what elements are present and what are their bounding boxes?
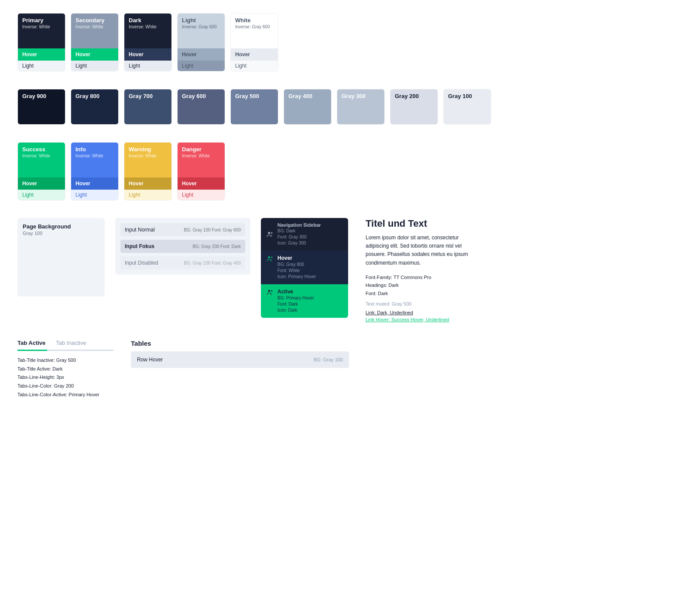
typography-link[interactable]: Link: Dark, Underlined: [366, 310, 681, 315]
typography-meta: Font-Family: TT Commons Pro Headings: Da…: [366, 273, 681, 298]
swatch-name: Dark: [129, 17, 167, 24]
svg-point-1: [271, 232, 273, 234]
tabs-card: Tab Active Tab Inactive Tab-Title Inacti…: [17, 340, 113, 399]
tabs-header: Tab Active Tab Inactive: [17, 340, 113, 351]
svg-point-2: [268, 256, 270, 259]
typography-title: Titel und Text: [366, 218, 681, 229]
swatch-card-gray-600: Gray 600: [177, 89, 225, 125]
svg-point-5: [271, 290, 273, 292]
svg-point-0: [268, 232, 270, 234]
swatch-hover: Hover: [71, 177, 118, 190]
tabs-info: Tab-Title Inactive: Gray 500Tab-Title Ac…: [17, 356, 113, 399]
swatch-name: Secondary: [75, 17, 114, 24]
swatch-inverse: Inverse: White: [182, 153, 220, 158]
swatch-card-gray-700: Gray 700: [124, 89, 172, 125]
input-meta: BG: Gray 100 Font: Gray 400: [184, 261, 241, 265]
tabs-tables-row: Tab Active Tab Inactive Tab-Title Inacti…: [17, 340, 681, 399]
swatch-hover: Hover: [178, 177, 225, 190]
nav-header: Navigation Sidebar BG: DarkFont: Gray 30…: [261, 218, 348, 251]
input-label: Input Fokus: [125, 243, 154, 249]
swatch-name: Gray 500: [235, 93, 274, 99]
swatch-name: Warning: [129, 146, 167, 153]
typography-link-hover[interactable]: Link Hover: Success Hover, Underlined: [366, 317, 681, 322]
swatch-inverse: Inverse: Gray 600: [182, 24, 220, 29]
swatch-inverse: Inverse: White: [129, 24, 167, 29]
swatch-card-secondary: Secondary Inverse: White Hover Light: [71, 13, 119, 71]
swatch-name: Gray 100: [448, 93, 486, 99]
nav-sub: BG: DarkFont: Gray 300Icon: Gray 300: [277, 228, 321, 246]
tab-inactive[interactable]: Tab Inactive: [56, 340, 88, 351]
swatch-card-warning: Warning Inverse: White Hover Light: [124, 142, 172, 201]
svg-point-4: [268, 290, 270, 292]
tab-active[interactable]: Tab Active: [17, 340, 47, 351]
tabs-info-line: Tabs-Line-Height: 3px: [17, 373, 113, 382]
swatch-hover: Hover: [231, 48, 278, 61]
swatch-light: Light: [71, 190, 118, 200]
swatch-light: Light: [18, 190, 65, 200]
swatch-hover: Hover: [124, 48, 171, 61]
nav-active-title: Active: [277, 289, 314, 295]
swatch-card-white: White Inverse: Gray 600 Hover Light: [230, 13, 278, 71]
nav-hover-sub: BG: Gray 800Font: WhiteIcon: Primary Hov…: [277, 262, 316, 280]
swatch-light: Light: [124, 61, 171, 71]
typography-muted: Text muted: Gray 500: [366, 301, 681, 306]
tabs-info-line: Tabs-Line-Color-Active: Primary Hover: [17, 391, 113, 399]
swatch-card-gray-100: Gray 100: [443, 89, 491, 125]
swatch-inverse: Inverse: White: [22, 153, 61, 158]
tables-card: Tables Row Hover BG: Gray 100: [131, 340, 349, 368]
swatch-light: Light: [18, 61, 65, 71]
swatch-card-light: Light Inverse: Gray 600 Hover Light: [177, 13, 225, 71]
swatch-light: Light: [178, 190, 225, 200]
tabs-info-line: Tab-Title Active: Dark: [17, 365, 113, 374]
swatch-name: Success: [22, 146, 61, 153]
page-bg-title: Page Background: [23, 223, 99, 230]
nav-active-item: Active BG: Primary HoverFont: DarkIcon: …: [261, 284, 348, 318]
swatch-card-gray-900: Gray 900: [17, 89, 65, 125]
swatch-hover: Hover: [18, 177, 65, 190]
gray-swatches-row: Gray 900 Gray 800 Gray 700 Gray 600 Gray…: [17, 89, 681, 125]
swatch-hover: Hover: [71, 48, 118, 61]
swatch-card-primary: Primary Inverse: White Hover Light: [17, 13, 65, 71]
input-label: Input Disabled: [125, 260, 158, 266]
swatch-name: Primary: [22, 17, 61, 24]
swatch-name: Gray 800: [75, 93, 114, 99]
table-row-meta: BG: Gray 100: [314, 357, 343, 362]
typography-body: Lorem ipsum dolor sit amet, consectetur …: [366, 234, 479, 267]
swatch-inverse: Inverse: White: [22, 24, 61, 29]
swatch-card-gray-200: Gray 200: [390, 89, 438, 125]
swatch-hover: Hover: [18, 48, 65, 61]
nav-hover-item: Hover BG: Gray 800Font: WhiteIcon: Prima…: [261, 251, 348, 284]
swatch-name: Gray 900: [22, 93, 61, 99]
input-label: Input Normal: [125, 227, 155, 233]
nav-title: Navigation Sidebar: [277, 222, 321, 228]
swatch-light: Light: [231, 61, 278, 71]
button-swatches-row: Primary Inverse: White Hover Light Secon…: [17, 13, 681, 71]
bottom-row: Page Background Gray 100 Input Normal BG…: [17, 218, 681, 322]
nav-sidebar-card: Navigation Sidebar BG: DarkFont: Gray 30…: [261, 218, 348, 318]
nav-hover-title: Hover: [277, 255, 316, 261]
table-row-hover: Row Hover BG: Gray 100: [131, 351, 349, 368]
swatch-card-success: Success Inverse: White Hover Light: [17, 142, 65, 201]
svg-point-3: [271, 256, 273, 258]
swatch-name: Gray 700: [129, 93, 167, 99]
swatch-inverse: Inverse: White: [129, 153, 167, 158]
input-states-card: Input Normal BG: Gray 100 Font: Gray 600…: [115, 218, 250, 275]
input-meta: BG: Gray 100 Font: Gray 600: [184, 228, 241, 232]
nav-header-text: Navigation Sidebar BG: DarkFont: Gray 30…: [277, 222, 321, 246]
section-button-colors: Primary Inverse: White Hover Light Secon…: [17, 13, 681, 71]
swatch-inverse: Inverse: Gray 600: [235, 24, 274, 29]
swatch-card-dark: Dark Inverse: White Hover Light: [124, 13, 172, 71]
swatch-card-gray-400: Gray 400: [284, 89, 332, 125]
input-state-row-0: Input Normal BG: Gray 100 Font: Gray 600: [120, 223, 245, 236]
swatch-card-gray-800: Gray 800: [71, 89, 119, 125]
page-bg-subtitle: Gray 100: [23, 231, 99, 236]
swatch-name: Info: [75, 146, 114, 153]
swatch-inverse: Inverse: White: [75, 153, 114, 158]
typography-card: Titel und Text Lorem ipsum dolor sit ame…: [359, 218, 681, 322]
tabs-info-line: Tab-Title Inactive: Gray 500: [17, 356, 113, 365]
swatch-name: Gray 600: [182, 93, 220, 99]
swatch-light: Light: [124, 190, 171, 200]
swatch-card-danger: Danger Inverse: White Hover Light: [177, 142, 225, 201]
swatch-name: Gray 200: [395, 93, 433, 99]
swatch-card-gray-300: Gray 300: [337, 89, 385, 125]
